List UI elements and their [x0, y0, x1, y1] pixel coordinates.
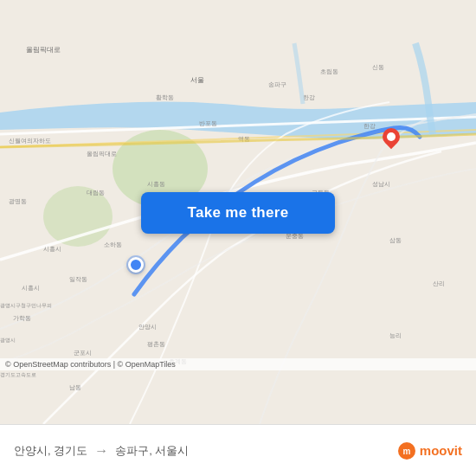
svg-text:능리: 능리: [389, 332, 402, 338]
svg-text:반포동: 반포동: [199, 120, 217, 126]
svg-text:서울: 서울: [190, 76, 204, 84]
svg-text:시흥시: 시흥시: [22, 285, 40, 292]
route-info: 안양시, 경기도 → 송파구, 서울시: [14, 443, 397, 459]
svg-text:평촌동: 평촌동: [147, 341, 165, 347]
map-attribution: © OpenStreetMap contributors | © OpenMap…: [0, 358, 476, 370]
svg-text:삼동: 삼동: [389, 237, 402, 244]
svg-text:소하동: 소하동: [104, 241, 122, 248]
svg-text:광명시구청구민나무피: 광명시구청구민나무피: [0, 303, 52, 308]
svg-text:운중동: 운중동: [286, 233, 304, 239]
svg-text:성남시: 성남시: [372, 181, 390, 188]
svg-text:가학동: 가학동: [13, 315, 31, 322]
moovit-logo-icon: m: [397, 441, 416, 460]
svg-text:안양시: 안양시: [138, 324, 157, 330]
svg-text:광명동: 광명동: [9, 198, 27, 205]
svg-text:광명시: 광명시: [0, 338, 16, 343]
bottom-navigation-bar: 안양시, 경기도 → 송파구, 서울시 m moovit: [0, 424, 476, 476]
current-location-marker: [128, 257, 144, 273]
svg-text:올림픽대로: 올림픽대로: [26, 46, 61, 54]
origin-label: 안양시, 경기도: [14, 443, 87, 459]
destination-label: 송파구, 서울시: [115, 443, 189, 459]
destination-pin: [383, 128, 400, 149]
svg-text:일작동: 일작동: [69, 276, 87, 283]
arrow-icon: →: [94, 443, 108, 459]
svg-text:대림동: 대림동: [87, 190, 105, 196]
moovit-logo: m moovit: [397, 441, 462, 460]
take-me-there-button[interactable]: Take me there: [141, 192, 335, 234]
svg-text:황학동: 황학동: [156, 94, 174, 101]
moovit-brand-name: moovit: [420, 443, 462, 458]
svg-text:산리: 산리: [433, 280, 445, 286]
svg-text:신동: 신동: [372, 64, 384, 70]
svg-text:송파구: 송파구: [268, 81, 286, 87]
svg-text:경기도고속도로: 경기도고속도로: [0, 372, 36, 377]
svg-text:군포시: 군포시: [74, 350, 92, 356]
svg-text:남동: 남동: [69, 384, 81, 391]
svg-text:시흥동: 시흥동: [147, 181, 165, 188]
svg-text:올림픽대로: 올림픽대로: [87, 151, 117, 158]
svg-text:한강: 한강: [303, 94, 315, 100]
svg-text:m: m: [402, 447, 410, 456]
svg-text:시흥시: 시흥시: [43, 246, 61, 253]
svg-text:초림동: 초림동: [320, 68, 338, 75]
svg-text:한강: 한강: [363, 123, 376, 129]
svg-text:신월여의자하도: 신월여의자하도: [9, 138, 51, 144]
map-container: 올림픽대로 서울 황학동 송파구 초림동 신동 한강 한강 신월여의자하도 올림…: [0, 0, 476, 424]
